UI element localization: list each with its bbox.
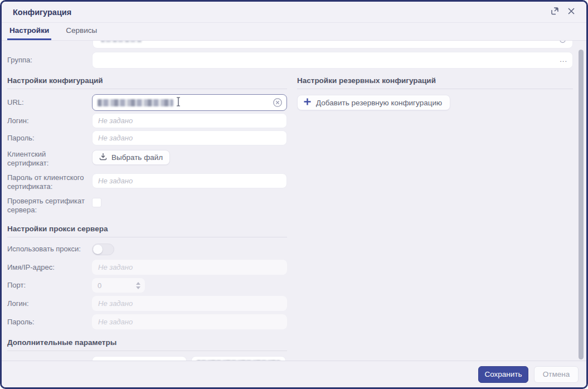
token-value-input[interactable] bbox=[191, 356, 286, 361]
use-proxy-label: Использовать прокси: bbox=[7, 245, 92, 254]
clear-url-icon[interactable] bbox=[273, 98, 283, 110]
tab-bar: Настройки Сервисы bbox=[2, 23, 586, 41]
proxy-host-input bbox=[92, 260, 287, 275]
right-column: Настройки резервных конфигураций Добавит… bbox=[297, 69, 573, 110]
proxy-port-value: 0 bbox=[98, 281, 136, 290]
redacted-url-value bbox=[98, 99, 173, 106]
token-type-select[interactable]: Строка bbox=[92, 356, 187, 361]
configuration-dialog: Конфигурация Настройки Сервисы bbox=[0, 0, 588, 389]
clipped-top-input[interactable] bbox=[93, 41, 573, 48]
tab-services[interactable]: Сервисы bbox=[64, 23, 99, 40]
maximize-icon bbox=[550, 6, 560, 18]
proxy-port-label: Порт: bbox=[7, 281, 92, 290]
proxy-password-input bbox=[92, 314, 287, 329]
section-backup-title: Настройки резервных конфигураций bbox=[297, 76, 573, 89]
proxy-host-label: Имя/IP-адрес: bbox=[7, 263, 92, 272]
spinner-arrows-icon bbox=[136, 282, 140, 289]
scrollbar-thumb[interactable] bbox=[579, 50, 584, 359]
vertical-scrollbar[interactable] bbox=[579, 46, 584, 359]
proxy-port-spinner: 0 bbox=[92, 278, 145, 293]
group-picker-button[interactable]: ... bbox=[560, 54, 567, 65]
text-cursor-icon bbox=[176, 97, 181, 109]
chevron-down-icon bbox=[173, 359, 181, 361]
verify-cert-label: Проверять сертификат сервера: bbox=[7, 197, 92, 215]
choose-file-label: Выбрать файл bbox=[111, 153, 163, 162]
download-icon bbox=[99, 153, 107, 162]
toggle-knob bbox=[93, 245, 103, 254]
close-button[interactable] bbox=[564, 5, 579, 20]
add-backup-config-button[interactable]: Добавить резервную конфигурацию bbox=[297, 95, 450, 110]
client-cert-label: Клиентский сертификат: bbox=[7, 150, 92, 168]
section-extra-title: Дополнительные параметры bbox=[7, 338, 287, 351]
client-cert-row: Клиентский сертификат: Выбрать файл bbox=[7, 150, 287, 169]
proxy-port-row: Порт: 0 bbox=[7, 278, 287, 293]
choose-file-button[interactable]: Выбрать файл bbox=[92, 150, 170, 165]
plus-icon bbox=[303, 98, 312, 108]
save-button[interactable]: Сохранить bbox=[478, 366, 528, 383]
titlebar: Конфигурация bbox=[2, 2, 586, 23]
cancel-button[interactable]: Отмена bbox=[534, 366, 579, 383]
group-row: Группа: ... bbox=[7, 52, 573, 69]
section-config-title: Настройки конфигураций bbox=[7, 76, 287, 89]
password-row: Пароль: bbox=[7, 130, 287, 145]
password-label: Пароль: bbox=[7, 134, 92, 143]
proxy-login-input bbox=[92, 296, 287, 311]
cert-password-label: Пароль от клиентского сертификата: bbox=[7, 173, 92, 191]
cert-password-row: Пароль от клиентского сертификата: bbox=[7, 173, 287, 192]
settings-panel: Группа: ... Настройки конфигураций URL: bbox=[2, 41, 586, 361]
refresh-icon bbox=[558, 41, 567, 46]
password-input[interactable] bbox=[92, 130, 287, 145]
token-label: Token: bbox=[7, 360, 92, 361]
cert-password-input[interactable] bbox=[92, 173, 287, 188]
proxy-password-row: Пароль: bbox=[7, 314, 287, 329]
use-proxy-toggle[interactable] bbox=[92, 244, 114, 255]
url-input[interactable] bbox=[92, 94, 287, 111]
section-proxy-title: Настройки прокси сервера bbox=[7, 225, 287, 237]
dialog-title: Конфигурация bbox=[13, 8, 547, 17]
token-row: Token: Строка bbox=[7, 356, 287, 361]
proxy-login-label: Логин: bbox=[7, 299, 92, 308]
redacted-value bbox=[101, 41, 142, 42]
verify-cert-row: Проверять сертификат сервера: bbox=[7, 197, 287, 216]
login-label: Логин: bbox=[7, 116, 92, 125]
url-label: URL: bbox=[7, 98, 92, 107]
add-backup-label: Добавить резервную конфигурацию bbox=[316, 99, 442, 107]
token-type-selected: Строка bbox=[99, 360, 173, 361]
login-input[interactable] bbox=[92, 113, 287, 128]
proxy-password-label: Пароль: bbox=[7, 318, 92, 327]
close-icon bbox=[567, 7, 575, 17]
url-row: URL: bbox=[7, 94, 287, 111]
group-input[interactable] bbox=[92, 52, 573, 69]
use-proxy-row: Использовать прокси: bbox=[7, 243, 287, 255]
login-row: Логин: bbox=[7, 113, 287, 128]
clipped-top-row bbox=[93, 41, 573, 49]
tab-settings[interactable]: Настройки bbox=[7, 23, 51, 40]
group-label: Группа: bbox=[7, 56, 92, 65]
left-column: Настройки конфигураций URL: bbox=[7, 69, 287, 361]
proxy-login-row: Логин: bbox=[7, 296, 287, 311]
maximize-button[interactable] bbox=[547, 5, 562, 20]
verify-cert-checkbox[interactable] bbox=[92, 198, 101, 207]
dialog-footer: Сохранить Отмена bbox=[2, 361, 586, 387]
proxy-host-row: Имя/IP-адрес: bbox=[7, 260, 287, 275]
